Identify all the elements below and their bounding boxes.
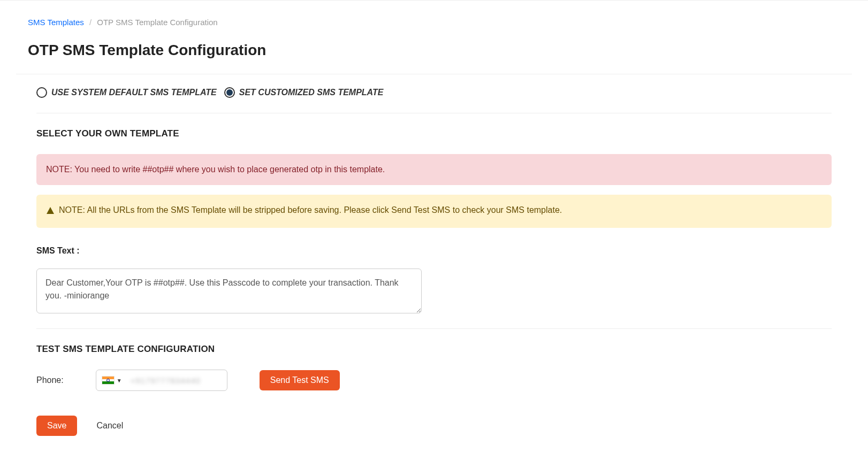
breadcrumb-separator: / (89, 18, 92, 27)
radio-set-custom[interactable]: SET CUSTOMIZED SMS TEMPLATE (224, 87, 384, 98)
phone-input-group: ▼ (96, 370, 227, 391)
country-flag-dropdown[interactable]: ▼ (96, 370, 127, 390)
radio-use-default-label: USE SYSTEM DEFAULT SMS TEMPLATE (51, 88, 217, 97)
breadcrumb-current: OTP SMS Template Configuration (97, 18, 217, 27)
url-strip-note: NOTE: All the URLs from the SMS Template… (36, 195, 832, 228)
otp-placeholder-note: NOTE: You need to write ##otp## where yo… (36, 154, 832, 185)
select-template-heading: SELECT YOUR OWN TEMPLATE (36, 128, 832, 139)
textarea-divider (36, 328, 832, 329)
india-flag-icon (102, 376, 115, 385)
radio-set-custom-label: SET CUSTOMIZED SMS TEMPLATE (239, 88, 384, 97)
chevron-down-icon: ▼ (117, 378, 122, 383)
save-button[interactable]: Save (36, 416, 77, 436)
breadcrumb: SMS Templates / OTP SMS Template Configu… (28, 18, 840, 27)
cancel-button[interactable]: Cancel (86, 416, 134, 436)
test-config-heading: TEST SMS TEMPLATE CONFIGURATION (36, 344, 832, 355)
sms-text-textarea[interactable] (36, 268, 422, 313)
phone-number-input[interactable] (127, 376, 227, 385)
radio-divider (36, 113, 832, 113)
warning-icon (46, 206, 55, 217)
phone-label: Phone: (36, 375, 64, 385)
radio-use-default[interactable]: USE SYSTEM DEFAULT SMS TEMPLATE (36, 87, 217, 98)
sms-text-label: SMS Text : (36, 246, 832, 256)
radio-circle-unchecked (36, 87, 47, 98)
page-title: OTP SMS Template Configuration (28, 42, 840, 59)
url-strip-note-text: NOTE: All the URLs from the SMS Template… (59, 205, 562, 215)
breadcrumb-parent-link[interactable]: SMS Templates (28, 18, 84, 27)
template-mode-radios: USE SYSTEM DEFAULT SMS TEMPLATE SET CUST… (36, 87, 832, 98)
title-divider (16, 74, 852, 74)
send-test-sms-button[interactable]: Send Test SMS (260, 370, 340, 390)
radio-circle-checked (224, 87, 235, 98)
